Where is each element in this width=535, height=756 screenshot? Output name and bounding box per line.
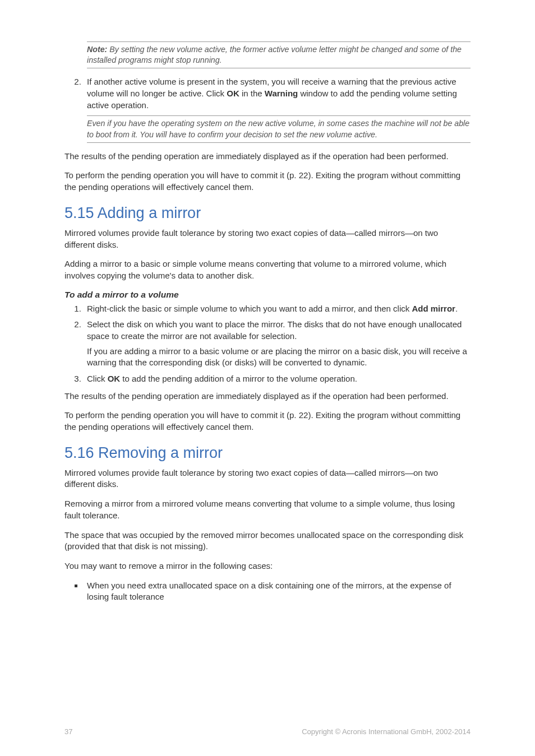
note-text: By setting the new volume active, the fo… [87,45,462,64]
page-number: 37 [64,727,72,736]
sec515-p1: Mirrored volumes provide fault tolerance… [64,228,471,251]
para-results-2: The results of the pending operation are… [64,391,471,402]
sec515-li2-a: Select the disk on which you want to pla… [87,319,462,341]
sec515-subhead: To add a mirror to a volume [64,290,471,300]
sec515-li2: Select the disk on which you want to pla… [84,319,471,369]
sec515-li1-b: . [455,304,458,313]
sec515-li3: Click OK to add the pending addition of … [84,373,471,385]
sec515-li3-b: to add the pending addition of a mirror … [120,374,357,383]
sec515-li3-a: Click [87,374,108,383]
li2-note-text: Even if you have the operating system on… [87,119,469,138]
note-label: Note: [87,45,107,54]
para-perform-1: To perform the pending operation you wil… [64,170,471,193]
sec515-list: Right-click the basic or simple volume t… [64,303,471,385]
para-perform-2: To perform the pending operation you wil… [64,410,471,433]
sec516-b1: When you need extra unallocated space on… [84,580,471,603]
list-item-2: If another active volume is present in t… [84,76,471,142]
sec515-p2: Adding a mirror to a basic or simple vol… [64,258,471,281]
sec515-li1-a: Right-click the basic or simple volume t… [87,304,412,313]
heading-5-16: 5.16 Removing a mirror [64,444,471,462]
li2-ok: OK [227,89,239,98]
li2-text-b: in the [239,89,265,98]
sec516-bullets: When you need extra unallocated space on… [64,580,471,603]
copyright-text: Copyright © Acronis International GmbH, … [302,727,471,736]
sec516-p4: You may want to remove a mirror in the f… [64,560,471,572]
note-block-boot: Even if you have the operating system on… [87,115,471,142]
sec515-li2-sub: If you are adding a mirror to a basic vo… [87,346,471,369]
li2-warning: Warning [265,89,298,98]
sec516-p1: Mirrored volumes provide fault tolerance… [64,467,471,490]
sec515-li1: Right-click the basic or simple volume t… [84,303,471,315]
heading-5-15: 5.15 Adding a mirror [64,205,471,222]
sec516-p3: The space that was occupied by the remov… [64,530,471,553]
top-list: If another active volume is present in t… [64,76,471,142]
para-results-1: The results of the pending operation are… [64,151,471,163]
sec515-li3-ok: OK [108,374,121,383]
sec515-li1-add: Add mirror [412,304,455,313]
page-footer: 37 Copyright © Acronis International Gmb… [64,727,471,736]
note-block-active-volume: Note: By setting the new volume active, … [87,41,471,68]
sec516-p2: Removing a mirror from a mirrored volume… [64,498,471,521]
